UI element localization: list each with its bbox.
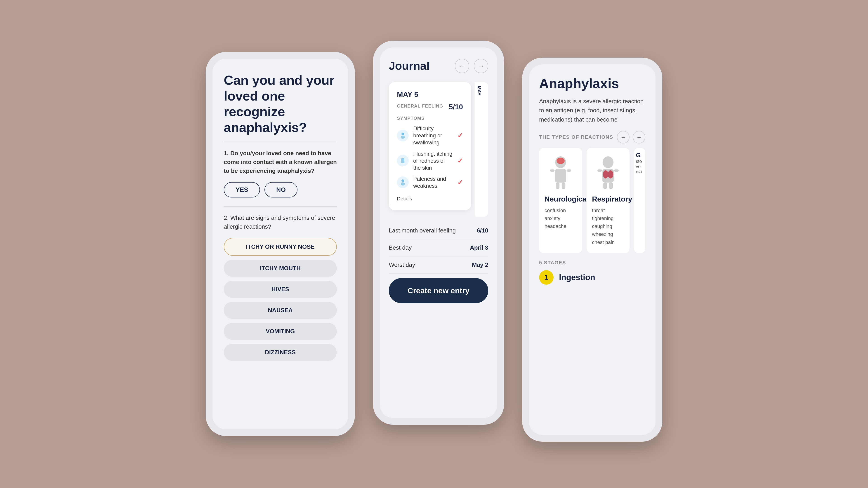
option-itchy-nose[interactable]: ITCHY OR RUNNY NOSE [224,238,337,256]
stat-best-day: Best day April 3 [389,239,488,256]
create-entry-button[interactable]: Create new entry [389,278,488,303]
partial-date: MAY [476,86,482,96]
respiratory-card: Respiratory throat tighteningcaughingwhe… [587,148,629,253]
neurological-name: Neurological [545,195,577,203]
reactions-back-btn[interactable]: ← [617,131,629,143]
svg-rect-10 [567,169,571,172]
reaction-cards-row: Neurological confusionanxietyheadache [539,148,645,253]
partial-reaction-name: G [636,152,644,159]
journal-title: Journal [389,59,430,72]
symptom-icon-2 [397,155,409,166]
symptom-row-2: Flushing, itching or redness of the skin… [397,150,463,171]
page-title: Can you and your loved one recognize ana… [224,72,337,135]
phone-2: Journal ← → MAY 5 GENERAL FEELING 5/10 S… [373,41,504,425]
symptom-check-2: ✓ [457,157,463,165]
stage-1-row: 1 Ingestion [539,270,645,285]
entry-date: MAY 5 [397,90,463,99]
nav-forward-button[interactable]: → [474,59,488,73]
symptom-text-1: Difficulty breathing or swallowing [413,125,453,146]
svg-point-13 [602,156,614,168]
svg-point-16 [608,170,613,178]
stat-worst-label: Worst day [389,261,415,268]
svg-rect-8 [555,169,566,183]
partial-reaction-symptoms: stovodia [636,159,644,174]
details-link[interactable]: Details [397,196,412,202]
svg-point-1 [401,135,405,139]
stat-worst-value: May 2 [472,261,488,268]
svg-rect-2 [401,158,404,163]
journal-entry-card: MAY 5 GENERAL FEELING 5/10 SYMPTOMS [389,82,471,210]
respiratory-symptoms: throat tighteningcaughingwheezingchest p… [592,206,624,246]
journal-stats: Last month overall feeling 6/10 Best day… [389,222,488,273]
svg-point-4 [401,180,404,182]
neurological-image [545,155,577,191]
anaphylaxis-description: Anaphylaxis is a severe allergic reactio… [539,97,645,124]
svg-point-0 [401,133,404,135]
question-1: 1. Do you/your loved one need to have co… [224,149,337,175]
respiratory-image [592,155,624,191]
reactions-label: THE TYPES OF REACTIONS [539,134,613,140]
stat-overall-value: 6/10 [477,227,488,234]
svg-rect-17 [597,169,602,172]
svg-rect-12 [562,183,565,189]
neurological-card: Neurological confusionanxietyheadache [539,148,582,253]
svg-point-7 [557,158,565,164]
stages-label: 5 STAGES [539,260,645,266]
no-button[interactable]: NO [265,182,298,197]
divider-1 [224,142,337,142]
stat-best-value: April 3 [470,244,488,251]
reactions-fwd-btn[interactable]: → [633,131,645,143]
symptom-text-2: Flushing, itching or redness of the skin [413,150,453,171]
svg-point-5 [401,182,405,186]
stat-overall: Last month overall feeling 6/10 [389,222,488,239]
journal-nav: ← → [455,59,488,73]
partial-reaction-card: G stovodia [634,148,645,253]
phone-1: Can you and your loved one recognize ana… [206,52,355,436]
symptom-icon-3 [397,176,409,188]
general-feeling-row: GENERAL FEELING 5/10 [397,103,463,111]
divider-2 [224,206,337,207]
svg-rect-18 [614,169,619,172]
symptom-icon-1 [397,130,409,141]
stat-worst-day: Worst day May 2 [389,256,488,273]
stat-best-label: Best day [389,244,412,251]
stage-1-number: 1 [539,270,554,285]
yes-no-buttons: YES NO [224,182,337,197]
svg-rect-9 [550,169,555,172]
phone-3: Anaphylaxis Anaphylaxis is a severe alle… [522,58,662,442]
general-feeling-score: 5/10 [449,103,463,111]
svg-rect-11 [556,183,559,189]
stat-overall-label: Last month overall feeling [389,227,456,234]
symptom-row-1: Difficulty breathing or swallowing ✓ [397,125,463,146]
journal-header: Journal ← → [389,59,488,73]
symptoms-label: SYMPTOMS [397,116,463,121]
symptom-row-3: Paleness and weakness ✓ [397,175,463,189]
yes-button[interactable]: YES [224,182,260,197]
symptom-check-1: ✓ [457,131,463,139]
partial-card: MAY [475,82,488,217]
reactions-nav: ← → [617,131,645,143]
reactions-header: THE TYPES OF REACTIONS ← → [539,131,645,143]
option-vomiting[interactable]: VOMITING [224,323,337,340]
option-dizziness[interactable]: DIZZINESS [224,344,337,361]
symptom-text-3: Paleness and weakness [413,175,453,189]
nav-back-button[interactable]: ← [455,59,469,73]
option-nausea[interactable]: NAUSEA [224,302,337,319]
stage-1-name: Ingestion [559,273,595,282]
respiratory-name: Respiratory [592,195,624,203]
symptom-check-3: ✓ [457,178,463,186]
svg-point-15 [603,170,608,178]
symptom-options-list: ITCHY OR RUNNY NOSE ITCHY MOUTH HIVES NA… [224,238,337,361]
neurological-symptoms: confusionanxietyheadache [545,206,577,230]
svg-rect-19 [603,183,607,189]
general-feeling-label: GENERAL FEELING [397,103,443,109]
option-itchy-mouth[interactable]: ITCHY MOUTH [224,260,337,277]
question-2: 2. What are signs and symptoms of severe… [224,214,337,231]
anaphylaxis-title: Anaphylaxis [539,76,645,91]
option-hives[interactable]: HIVES [224,281,337,298]
svg-rect-20 [609,183,613,189]
